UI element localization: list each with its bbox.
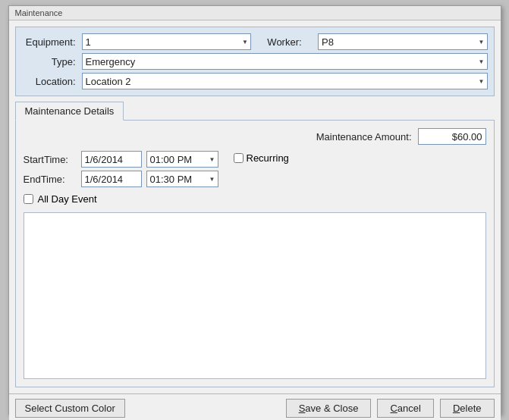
maintenance-amount-input[interactable]: [418, 128, 486, 145]
endtime-row: EndTime: 01:30 PM: [24, 171, 218, 187]
type-select[interactable]: Emergency: [82, 53, 488, 70]
end-date-input[interactable]: [81, 171, 142, 187]
end-time-select-wrapper[interactable]: 01:30 PM: [146, 171, 218, 187]
starttime-label: StartTime:: [24, 154, 77, 165]
notes-area[interactable]: [24, 212, 486, 379]
endtime-label: EndTime:: [24, 174, 77, 185]
custom-color-button[interactable]: Select Custom Color: [15, 399, 125, 418]
start-time-select-wrapper[interactable]: 01:00 PM: [146, 151, 218, 168]
location-label: Location:: [22, 76, 79, 87]
window-title: Maintenance: [9, 6, 501, 20]
tab-maintenance-details[interactable]: Maintenance Details: [15, 102, 124, 121]
save-close-button[interactable]: Save & Close: [286, 399, 372, 418]
starttime-row: StartTime: 01:00 PM: [24, 151, 218, 168]
location-select-wrapper[interactable]: Location 2: [82, 73, 488, 89]
worker-select[interactable]: P8: [318, 33, 488, 50]
top-form-section: Equipment: 1 Worker: P8 Type:: [15, 27, 495, 96]
type-select-wrapper[interactable]: Emergency: [82, 53, 488, 70]
equipment-select-wrapper[interactable]: 1: [82, 33, 252, 50]
type-row: Type: Emergency: [22, 53, 488, 70]
allday-checkbox[interactable]: [24, 194, 33, 204]
delete-button[interactable]: Delete: [440, 399, 495, 418]
bottom-bar: Select Custom Color Save & Close Cancel …: [9, 393, 501, 420]
recurring-area: Recurring: [234, 151, 289, 164]
delete-underline: D: [453, 403, 460, 414]
tab-content-maintenance-details: Maintenance Amount: StartTime: 01:00 PM: [15, 120, 495, 387]
equipment-worker-row: Equipment: 1 Worker: P8: [22, 33, 488, 50]
allday-row: All Day Event: [24, 193, 486, 205]
recurring-label: Recurring: [247, 152, 289, 164]
notes-textarea[interactable]: [24, 213, 485, 378]
equipment-select[interactable]: 1: [82, 33, 252, 50]
location-row: Location: Location 2: [22, 73, 488, 89]
equipment-label: Equipment:: [22, 36, 79, 48]
end-time-select[interactable]: 01:30 PM: [146, 171, 218, 187]
type-label: Type:: [22, 56, 79, 67]
maintenance-amount-label: Maintenance Amount:: [316, 131, 412, 143]
maintenance-amount-row: Maintenance Amount:: [24, 128, 486, 145]
window-content: Equipment: 1 Worker: P8 Type:: [9, 20, 501, 393]
tab-section: Maintenance Details Maintenance Amount: …: [15, 101, 495, 387]
start-time-select[interactable]: 01:00 PM: [146, 151, 218, 168]
start-date-input[interactable]: [81, 151, 142, 168]
recurring-checkbox[interactable]: [234, 153, 244, 163]
main-window: Maintenance Equipment: 1 Worker: P8: [8, 5, 501, 415]
startend-block: StartTime: 01:00 PM EndTime:: [24, 151, 218, 187]
allday-label: All Day Event: [38, 193, 97, 205]
location-select[interactable]: Location 2: [82, 73, 488, 89]
tab-bar: Maintenance Details: [15, 101, 495, 120]
worker-label: Worker:: [254, 36, 315, 48]
worker-select-wrapper[interactable]: P8: [318, 33, 488, 50]
cancel-button[interactable]: Cancel: [377, 399, 433, 418]
time-recurring-area: StartTime: 01:00 PM EndTime:: [24, 151, 486, 187]
cancel-underline: C: [390, 403, 397, 414]
